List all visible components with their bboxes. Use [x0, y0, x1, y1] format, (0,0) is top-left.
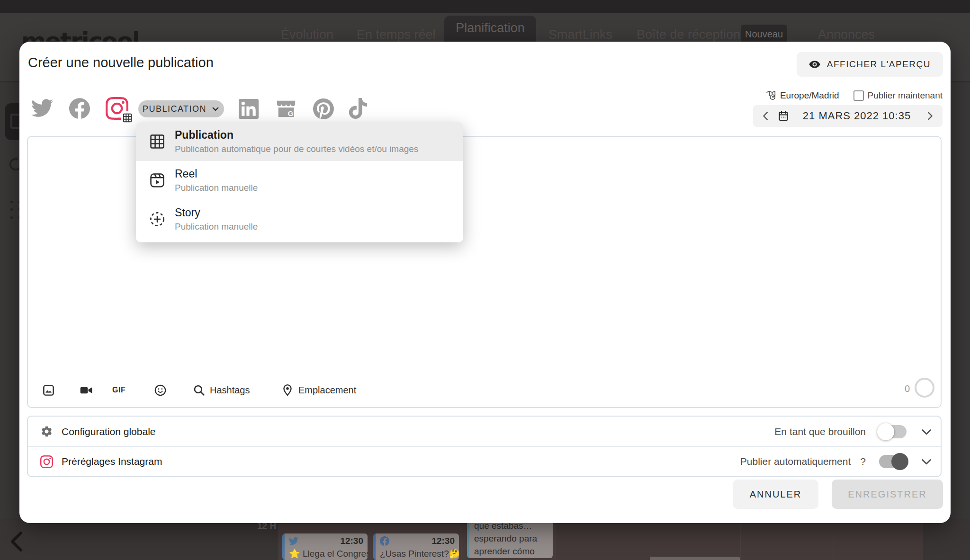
grid-line — [740, 518, 741, 560]
instagram-icon — [40, 455, 53, 468]
chevron-down-icon[interactable] — [920, 425, 933, 438]
modal-title: Créer une nouvelle publication — [28, 55, 214, 71]
grid-line — [278, 518, 279, 560]
global-configuration-label: Configuration globale — [62, 426, 155, 437]
video-camera-icon — [79, 384, 93, 397]
chevron-down-icon — [211, 105, 220, 113]
calendar-icon — [778, 110, 789, 122]
instagram-post-type-badge — [121, 111, 134, 124]
post-text-line: esperando para — [474, 532, 548, 545]
location-button[interactable]: Emplacement — [281, 380, 356, 400]
calendar-prev-chevron-icon — [7, 529, 27, 554]
story-plus-icon — [148, 210, 166, 228]
location-label: Emplacement — [298, 385, 356, 396]
character-limit-ring — [915, 378, 934, 398]
post-text: ¿Usas Pinterest?🤔 — [380, 548, 455, 559]
hashtags-label: Hashtags — [210, 385, 250, 396]
nouveau-badge: Nouveau — [741, 25, 787, 44]
reel-icon — [148, 171, 166, 189]
auto-publish-toggle-label: Publier automatiquement — [740, 456, 851, 467]
chevron-down-icon[interactable] — [920, 455, 933, 468]
linkedin-network-button[interactable] — [239, 99, 259, 119]
add-video-button[interactable] — [79, 380, 93, 400]
grid-line — [923, 518, 923, 560]
add-image-button[interactable] — [42, 380, 55, 400]
post-configuration-panel: Configuration globale En tant que brouil… — [27, 416, 942, 477]
dropdown-item-description: Publication automatique pour de courtes … — [175, 144, 418, 154]
draft-toggle-label: En tant que brouillon — [774, 426, 866, 437]
dropdown-item-description: Publication manuelle — [175, 222, 258, 232]
cancel-button[interactable]: ANNULER — [733, 480, 818, 509]
auto-publish-toggle[interactable] — [879, 455, 907, 468]
nav-planification: Planification — [444, 21, 536, 36]
global-configuration-row[interactable]: Configuration globale En tant que brouil… — [28, 417, 941, 446]
dropdown-item-publication[interactable]: Publication Publication automatique pour… — [136, 122, 463, 161]
post-type-label: PUBLICATION — [143, 104, 207, 114]
dropdown-item-title: Reel — [175, 168, 258, 180]
instagram-presets-row[interactable]: Préréglages Instagram Publier automatiqu… — [28, 446, 941, 476]
save-button[interactable]: ENREGISTRER — [832, 480, 943, 509]
show-preview-label: AFFICHER L'APERÇU — [827, 59, 931, 70]
twitter-icon — [289, 536, 298, 546]
grid-line — [555, 518, 556, 560]
twitter-network-button[interactable] — [31, 97, 53, 119]
facebook-network-button[interactable] — [69, 98, 90, 119]
location-pin-icon — [281, 384, 294, 396]
chevron-left-icon[interactable] — [761, 110, 771, 122]
dropdown-item-description: Publication manuelle — [175, 183, 258, 193]
image-icon — [42, 384, 55, 397]
dropdown-item-title: Story — [175, 206, 258, 219]
google-business-network-button[interactable]: G — [275, 98, 297, 120]
grid-line — [370, 518, 370, 560]
dropdown-item-reel[interactable]: Reel Publication manuelle — [136, 161, 463, 200]
scheduled-post-card-partial — [650, 557, 740, 560]
svg-text:G: G — [288, 109, 294, 117]
grid-line — [649, 518, 649, 560]
post-time: 12:30 — [431, 536, 455, 546]
post-type-selector[interactable]: PUBLICATION — [138, 100, 224, 117]
instagram-presets-label: Préréglages Instagram — [62, 456, 162, 467]
grid-icon — [148, 133, 166, 151]
hashtags-button[interactable]: Hashtags — [193, 380, 250, 400]
dropdown-item-title: Publication — [175, 129, 418, 142]
create-publication-modal: Créer une nouvelle publication AFFICHER … — [19, 42, 951, 523]
scheduled-post-card: que estabas… esperando para aprender cóm… — [467, 518, 553, 558]
help-question-mark[interactable]: ? — [860, 456, 866, 467]
scheduled-post-card: 12:30 ⭐ Llega el Congreso — [282, 533, 368, 560]
pinterest-network-button[interactable] — [313, 98, 334, 119]
scheduled-post-card: 12:30 ¿Usas Pinterest?🤔 — [373, 533, 459, 560]
gear-icon — [40, 425, 53, 438]
search-icon — [193, 384, 205, 396]
grid-line — [461, 518, 462, 560]
post-text-line: aprender cómo — [474, 545, 548, 558]
emoji-smiley-icon — [154, 384, 167, 397]
grid-line — [834, 518, 834, 560]
draft-toggle[interactable] — [879, 425, 907, 438]
publish-now-label: Publier maintenant — [868, 90, 943, 101]
publish-now-checkbox[interactable] — [853, 90, 864, 101]
show-preview-button[interactable]: AFFICHER L'APERÇU — [797, 52, 943, 77]
top-strip — [0, 0, 970, 13]
schedule-datetime-picker[interactable]: 21 MARS 2022 10:35 — [753, 105, 943, 127]
timezone-map-icon — [766, 90, 776, 101]
tiktok-network-button[interactable] — [348, 97, 368, 120]
timezone-selector[interactable]: Europe/Madrid — [766, 90, 839, 101]
chevron-right-icon[interactable] — [925, 110, 935, 122]
dropdown-item-story[interactable]: Story Publication manuelle — [136, 200, 463, 239]
grid-icon — [122, 113, 133, 123]
post-text: ⭐ Llega el Congreso — [289, 548, 363, 559]
add-emoji-button[interactable] — [154, 380, 167, 400]
post-type-dropdown: Publication Publication automatique pour… — [136, 122, 463, 242]
facebook-icon — [380, 536, 389, 546]
eye-icon — [809, 59, 820, 70]
post-time: 12:30 — [340, 536, 363, 546]
timezone-label: Europe/Madrid — [780, 90, 839, 101]
add-gif-button[interactable]: GIF — [112, 380, 126, 400]
schedule-datetime-value: 21 MARS 2022 10:35 — [796, 110, 918, 122]
character-count: 0 — [896, 383, 910, 394]
